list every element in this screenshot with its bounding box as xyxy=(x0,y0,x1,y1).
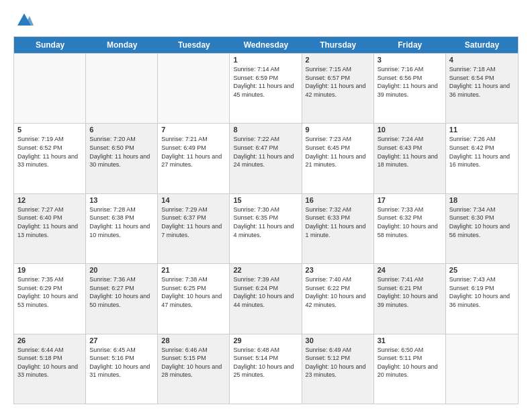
cal-cell-3-1: 20Sunrise: 7:36 AM Sunset: 6:27 PM Dayli… xyxy=(86,264,158,333)
header xyxy=(13,11,519,30)
cal-cell-3-4: 23Sunrise: 7:40 AM Sunset: 6:22 PM Dayli… xyxy=(302,264,374,333)
day-number: 18 xyxy=(449,196,515,204)
cell-info: Sunrise: 7:29 AM Sunset: 6:37 PM Dayligh… xyxy=(161,205,226,239)
cal-cell-3-6: 25Sunrise: 7:43 AM Sunset: 6:19 PM Dayli… xyxy=(446,264,518,333)
calendar-row-0: 1Sunrise: 7:14 AM Sunset: 6:59 PM Daylig… xyxy=(14,53,518,123)
day-number: 26 xyxy=(17,336,82,345)
cell-info: Sunrise: 7:32 AM Sunset: 6:33 PM Dayligh… xyxy=(306,205,370,239)
cal-cell-0-2 xyxy=(158,54,230,123)
cal-cell-1-6: 11Sunrise: 7:26 AM Sunset: 6:42 PM Dayli… xyxy=(446,124,518,193)
cal-cell-1-2: 7Sunrise: 7:21 AM Sunset: 6:49 PM Daylig… xyxy=(158,124,230,193)
cell-info: Sunrise: 7:43 AM Sunset: 6:19 PM Dayligh… xyxy=(449,275,515,309)
calendar-body: 1Sunrise: 7:14 AM Sunset: 6:59 PM Daylig… xyxy=(14,53,518,404)
day-number: 17 xyxy=(378,196,442,204)
day-number: 20 xyxy=(89,266,154,274)
page: SundayMondayTuesdayWednesdayThursdayFrid… xyxy=(0,0,532,411)
cell-info: Sunrise: 7:18 AM Sunset: 6:54 PM Dayligh… xyxy=(449,65,515,99)
cal-cell-2-3: 15Sunrise: 7:30 AM Sunset: 6:35 PM Dayli… xyxy=(230,194,302,263)
day-number: 22 xyxy=(233,266,298,274)
day-number: 21 xyxy=(161,266,226,274)
logo-icon xyxy=(15,11,34,30)
cell-info: Sunrise: 7:24 AM Sunset: 6:43 PM Dayligh… xyxy=(378,135,442,169)
cal-cell-1-5: 10Sunrise: 7:24 AM Sunset: 6:43 PM Dayli… xyxy=(374,124,446,193)
cal-cell-2-6: 18Sunrise: 7:34 AM Sunset: 6:30 PM Dayli… xyxy=(446,194,518,263)
cal-cell-0-5: 3Sunrise: 7:16 AM Sunset: 6:56 PM Daylig… xyxy=(374,54,446,123)
cal-cell-0-3: 1Sunrise: 7:14 AM Sunset: 6:59 PM Daylig… xyxy=(230,54,302,123)
cell-info: Sunrise: 7:38 AM Sunset: 6:25 PM Dayligh… xyxy=(161,275,226,309)
cell-info: Sunrise: 7:41 AM Sunset: 6:21 PM Dayligh… xyxy=(378,275,442,309)
cal-cell-1-1: 6Sunrise: 7:20 AM Sunset: 6:50 PM Daylig… xyxy=(86,124,158,193)
day-number: 19 xyxy=(17,266,82,274)
cal-cell-1-3: 8Sunrise: 7:22 AM Sunset: 6:47 PM Daylig… xyxy=(230,124,302,193)
cell-info: Sunrise: 7:26 AM Sunset: 6:42 PM Dayligh… xyxy=(449,135,515,169)
calendar-header: SundayMondayTuesdayWednesdayThursdayFrid… xyxy=(14,37,518,53)
cell-info: Sunrise: 7:33 AM Sunset: 6:32 PM Dayligh… xyxy=(378,205,442,239)
calendar-row-2: 12Sunrise: 7:27 AM Sunset: 6:40 PM Dayli… xyxy=(14,193,518,263)
day-number: 13 xyxy=(89,196,154,204)
cell-info: Sunrise: 7:28 AM Sunset: 6:38 PM Dayligh… xyxy=(89,205,154,239)
cal-cell-2-0: 12Sunrise: 7:27 AM Sunset: 6:40 PM Dayli… xyxy=(14,194,86,263)
day-number: 7 xyxy=(161,126,226,134)
cell-info: Sunrise: 7:15 AM Sunset: 6:57 PM Dayligh… xyxy=(306,65,370,99)
cell-info: Sunrise: 7:39 AM Sunset: 6:24 PM Dayligh… xyxy=(233,275,298,309)
cal-cell-3-3: 22Sunrise: 7:39 AM Sunset: 6:24 PM Dayli… xyxy=(230,264,302,333)
cell-info: Sunrise: 7:20 AM Sunset: 6:50 PM Dayligh… xyxy=(89,135,154,169)
cell-info: Sunrise: 7:19 AM Sunset: 6:52 PM Dayligh… xyxy=(17,135,82,169)
day-number: 8 xyxy=(233,126,298,134)
day-number: 3 xyxy=(378,56,442,64)
cal-cell-1-0: 5Sunrise: 7:19 AM Sunset: 6:52 PM Daylig… xyxy=(14,124,86,193)
day-number: 25 xyxy=(449,266,515,274)
calendar: SundayMondayTuesdayWednesdayThursdayFrid… xyxy=(13,36,519,404)
cell-info: Sunrise: 7:14 AM Sunset: 6:59 PM Dayligh… xyxy=(233,65,298,99)
cell-info: Sunrise: 6:45 AM Sunset: 5:16 PM Dayligh… xyxy=(89,346,154,379)
cell-info: Sunrise: 6:49 AM Sunset: 5:12 PM Dayligh… xyxy=(306,346,370,379)
weekday-header-friday: Friday xyxy=(374,37,446,53)
cell-info: Sunrise: 6:46 AM Sunset: 5:15 PM Dayligh… xyxy=(161,346,226,379)
calendar-row-3: 19Sunrise: 7:35 AM Sunset: 6:29 PM Dayli… xyxy=(14,263,518,333)
cell-info: Sunrise: 7:21 AM Sunset: 6:49 PM Dayligh… xyxy=(161,135,226,169)
cal-cell-4-2: 28Sunrise: 6:46 AM Sunset: 5:15 PM Dayli… xyxy=(158,334,230,404)
cell-info: Sunrise: 7:23 AM Sunset: 6:45 PM Dayligh… xyxy=(306,135,370,169)
cal-cell-0-6: 4Sunrise: 7:18 AM Sunset: 6:54 PM Daylig… xyxy=(446,54,518,123)
cal-cell-1-4: 9Sunrise: 7:23 AM Sunset: 6:45 PM Daylig… xyxy=(302,124,374,193)
weekday-header-tuesday: Tuesday xyxy=(158,37,230,53)
cal-cell-4-1: 27Sunrise: 6:45 AM Sunset: 5:16 PM Dayli… xyxy=(86,334,158,404)
cal-cell-0-4: 2Sunrise: 7:15 AM Sunset: 6:57 PM Daylig… xyxy=(302,54,374,123)
day-number: 10 xyxy=(378,126,442,134)
cell-info: Sunrise: 7:34 AM Sunset: 6:30 PM Dayligh… xyxy=(449,205,515,239)
day-number: 14 xyxy=(161,196,226,204)
cal-cell-2-5: 17Sunrise: 7:33 AM Sunset: 6:32 PM Dayli… xyxy=(374,194,446,263)
cell-info: Sunrise: 6:44 AM Sunset: 5:18 PM Dayligh… xyxy=(17,346,82,379)
logo xyxy=(13,11,34,30)
weekday-header-wednesday: Wednesday xyxy=(230,37,302,53)
cell-info: Sunrise: 7:16 AM Sunset: 6:56 PM Dayligh… xyxy=(378,65,442,99)
day-number: 28 xyxy=(161,336,226,345)
day-number: 4 xyxy=(449,56,515,64)
cal-cell-3-0: 19Sunrise: 7:35 AM Sunset: 6:29 PM Dayli… xyxy=(14,264,86,333)
calendar-row-4: 26Sunrise: 6:44 AM Sunset: 5:18 PM Dayli… xyxy=(14,334,518,404)
day-number: 27 xyxy=(89,336,154,345)
cal-cell-4-3: 29Sunrise: 6:48 AM Sunset: 5:14 PM Dayli… xyxy=(230,334,302,404)
cell-info: Sunrise: 7:30 AM Sunset: 6:35 PM Dayligh… xyxy=(233,205,298,239)
day-number: 1 xyxy=(233,56,298,64)
cal-cell-4-6 xyxy=(446,334,518,404)
cell-info: Sunrise: 7:40 AM Sunset: 6:22 PM Dayligh… xyxy=(306,275,370,309)
day-number: 6 xyxy=(89,126,154,134)
day-number: 24 xyxy=(378,266,442,274)
cell-info: Sunrise: 6:48 AM Sunset: 5:14 PM Dayligh… xyxy=(233,346,298,379)
weekday-header-saturday: Saturday xyxy=(446,37,518,53)
cal-cell-4-5: 31Sunrise: 6:50 AM Sunset: 5:11 PM Dayli… xyxy=(374,334,446,404)
day-number: 9 xyxy=(306,126,370,134)
day-number: 11 xyxy=(449,126,515,134)
cal-cell-3-5: 24Sunrise: 7:41 AM Sunset: 6:21 PM Dayli… xyxy=(374,264,446,333)
day-number: 5 xyxy=(17,126,82,134)
day-number: 15 xyxy=(233,196,298,204)
day-number: 31 xyxy=(378,336,442,345)
cal-cell-4-4: 30Sunrise: 6:49 AM Sunset: 5:12 PM Dayli… xyxy=(302,334,374,404)
day-number: 30 xyxy=(306,336,370,345)
cell-info: Sunrise: 7:22 AM Sunset: 6:47 PM Dayligh… xyxy=(233,135,298,169)
cell-info: Sunrise: 7:36 AM Sunset: 6:27 PM Dayligh… xyxy=(89,275,154,309)
cell-info: Sunrise: 7:35 AM Sunset: 6:29 PM Dayligh… xyxy=(17,275,82,309)
day-number: 12 xyxy=(17,196,82,204)
cal-cell-3-2: 21Sunrise: 7:38 AM Sunset: 6:25 PM Dayli… xyxy=(158,264,230,333)
